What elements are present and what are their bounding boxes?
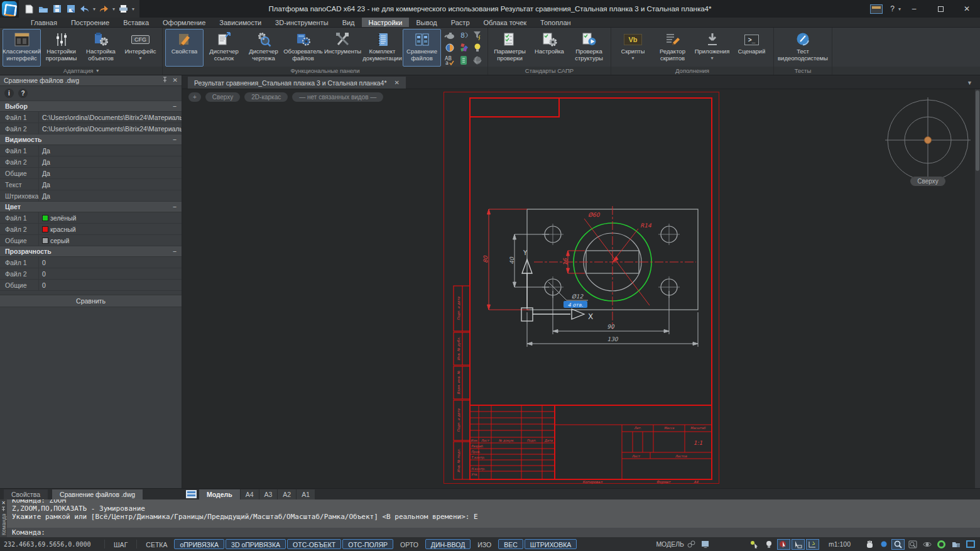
script-editor-button[interactable]: Редактор скриптов	[653, 29, 692, 67]
info-icon[interactable]: i	[4, 89, 14, 98]
structure-check-button[interactable]: Проверка структуры	[570, 29, 608, 67]
annovisibility-bulb-icon[interactable]	[763, 539, 776, 550]
drawing-manager-button[interactable]: Диспетчер чертежа	[244, 29, 283, 67]
render-ring-icon[interactable]	[935, 539, 948, 550]
viewport-linked-views-pill[interactable]: — нет связанных видов —	[292, 92, 383, 102]
ribbon-options-icon[interactable]	[870, 4, 883, 14]
undo-icon[interactable]	[79, 4, 90, 14]
help-button[interactable]: ?	[886, 4, 898, 13]
tab-oformlenie[interactable]: Оформление	[156, 18, 212, 27]
properties-button[interactable]: Свойства	[165, 29, 204, 67]
video-test-button[interactable]: Тест видеоподсистемы	[776, 29, 829, 67]
compass-orientation-pill[interactable]: Сверху	[910, 177, 945, 186]
current-scale[interactable]: m1:100	[829, 540, 851, 548]
collapse-icon[interactable]: −	[173, 136, 177, 143]
locked-folder-icon[interactable]	[949, 539, 962, 550]
tab-properties-panel[interactable]: Свойства	[4, 489, 48, 499]
open-folder-icon[interactable]	[38, 4, 48, 14]
orbit-icon[interactable]	[920, 539, 934, 550]
minimize-button[interactable]: –	[901, 0, 927, 18]
toggle-osnap[interactable]: оПРИВЯЗКА	[174, 539, 224, 549]
filter-icon[interactable]	[471, 29, 484, 41]
program-settings-button[interactable]: Настройки программы	[42, 29, 80, 67]
file1-path-value[interactable]: C:\Users\ordina\Documents\Bitrix24\Матер…	[39, 112, 182, 123]
applications-button[interactable]: Приложения ▾	[693, 29, 731, 67]
collapse-icon[interactable]: −	[173, 248, 177, 255]
viewport-visual-style-pill[interactable]: 2D-каркас	[244, 92, 288, 102]
object-settings-button[interactable]: Настройка объектов	[82, 29, 120, 67]
file-explorer-button[interactable]: Обозреватель файлов	[284, 29, 322, 67]
dynamic-ucs-icon[interactable]	[806, 539, 819, 550]
scenario-button[interactable]: >_ Сценарий	[732, 29, 771, 67]
tab-model-space[interactable]: Модель	[199, 489, 241, 499]
help-icon[interactable]: ?	[18, 89, 28, 98]
tab-3d-instrumenty[interactable]: 3D-инструменты	[268, 18, 335, 27]
collapse-icon[interactable]: −	[173, 102, 177, 110]
scrollbar-thumb[interactable]	[976, 90, 979, 171]
classic-interface-button[interactable]: Классический интерфейс	[3, 29, 41, 67]
tab-sheet-a3[interactable]: А3	[259, 489, 278, 499]
tab-postroenie[interactable]: Построение	[64, 18, 116, 27]
pin-command-icon[interactable]	[1, 506, 6, 512]
close-panel-icon[interactable]: ✕	[173, 77, 178, 84]
toggle-dynamic-input[interactable]: ДИН-ВВОД	[425, 539, 471, 549]
close-document-icon[interactable]: ✕	[395, 79, 400, 86]
render-teapot-icon[interactable]	[443, 29, 457, 41]
vertical-scrollbar[interactable]	[975, 89, 980, 488]
link-manager-button[interactable]: Диспетчер ссылок	[205, 29, 243, 67]
drawing-canvas[interactable]: Подп. и дата Инв. № дубл. Взам. инв. № П…	[182, 89, 980, 488]
qat-options-caret-icon[interactable]: ▾	[132, 6, 134, 12]
toggle-snap-step[interactable]: ШАГ	[108, 539, 133, 549]
tab-file-compare-panel[interactable]: Сравнение файлов .dwg	[52, 489, 143, 499]
draw-order-icon[interactable]: 8	[457, 29, 471, 41]
file2-path-value[interactable]: C:\Users\ordina\Documents\Bitrix24\Матер…	[39, 123, 182, 134]
layout-manager-icon[interactable]	[186, 490, 197, 498]
geo-globe-icon[interactable]	[443, 41, 457, 54]
nanocad-logo-icon[interactable]	[2, 1, 17, 16]
close-button[interactable]: ✕	[954, 0, 980, 18]
interface-button[interactable]: CFG Интерфейс ▾	[121, 29, 160, 67]
tab-nastroyki[interactable]: Настройки	[362, 18, 410, 27]
collapse-icon[interactable]: −	[173, 203, 177, 210]
drawing-viewport[interactable]: + Сверху 2D-каркас — нет связанных видов…	[182, 89, 980, 488]
compare-button[interactable]: Сравнить	[0, 295, 182, 307]
toggle-lineweight[interactable]: ВЕС	[498, 539, 523, 549]
viewport-orientation-pill[interactable]: Сверху	[205, 92, 240, 102]
fullscreen-icon[interactable]	[964, 539, 977, 550]
new-document-icon[interactable]	[24, 4, 35, 14]
selection-preview-icon[interactable]	[792, 539, 805, 550]
toggle-otrack-polar[interactable]: ОТС-ПОЛЯР	[342, 539, 393, 549]
command-input[interactable]: Команда:	[7, 528, 980, 537]
zoom-dot-icon[interactable]	[877, 539, 890, 550]
tab-vid[interactable]: Вид	[335, 18, 362, 27]
view-compass[interactable]	[885, 97, 971, 183]
tools-button[interactable]: Инструменты	[324, 29, 362, 67]
save-as-icon[interactable]	[65, 4, 76, 14]
documentation-kit-button[interactable]: Комплект документации	[363, 29, 401, 67]
plot-icon[interactable]	[118, 4, 129, 14]
redo-caret-icon[interactable]: ▾	[112, 6, 115, 12]
document-tab[interactable]: Результат сравнения_Стальная планка 3 и …	[187, 76, 406, 89]
annoscale-cursor-icon[interactable]	[748, 539, 761, 550]
tab-vstavka[interactable]: Вставка	[116, 18, 156, 27]
save-icon[interactable]	[52, 4, 62, 14]
selection-cycling-icon[interactable]	[777, 539, 790, 550]
check-params-button[interactable]: Параметры проверки	[491, 29, 529, 67]
viewport-locator-pill[interactable]: +	[188, 92, 201, 102]
file-compare-button[interactable]: Сравнение файлов	[403, 29, 441, 67]
toggle-3d-osnap[interactable]: 3D оПРИВЯЗКА	[226, 539, 286, 549]
scripts-button[interactable]: Vb Скрипты ▾	[614, 29, 652, 67]
tab-list-chevron-icon[interactable]: ▼	[967, 80, 972, 89]
toggle-ortho[interactable]: ОРТО	[395, 539, 424, 549]
toggle-otrack-object[interactable]: ОТС-ОБЪЕКТ	[287, 539, 341, 549]
spellcheck-icon[interactable]: АВа	[443, 54, 457, 67]
tab-topoplan[interactable]: Топоплан	[533, 18, 578, 27]
zoom-extents-icon[interactable]	[906, 539, 919, 550]
undo-caret-icon[interactable]: ▾	[93, 6, 95, 12]
close-command-icon[interactable]: ✕	[1, 500, 6, 506]
standards-settings-button[interactable]: Настройка	[530, 29, 569, 67]
standards-doc-icon[interactable]	[457, 54, 471, 67]
palette-icon[interactable]	[457, 41, 471, 54]
pin-icon[interactable]	[162, 77, 168, 84]
tab-rastr[interactable]: Растр	[444, 18, 477, 27]
